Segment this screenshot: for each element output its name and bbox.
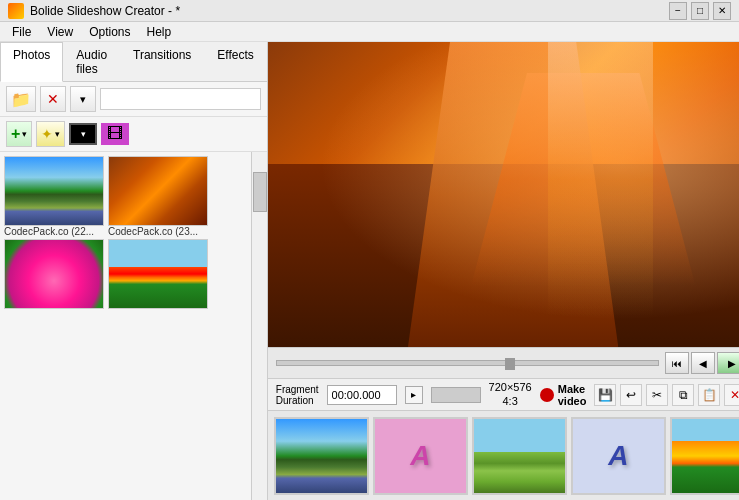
copy-button[interactable]: ⧉ xyxy=(672,384,694,406)
fragment-label: Fragment xyxy=(276,384,319,395)
delete-action-button[interactable]: ✕ xyxy=(724,384,739,406)
menu-help[interactable]: Help xyxy=(139,23,180,41)
tab-effects[interactable]: Effects xyxy=(204,42,266,81)
timeline-item-3[interactable] xyxy=(472,417,567,495)
photo-item-1[interactable]: CodecPack.co (22... xyxy=(4,156,104,237)
maximize-button[interactable]: □ xyxy=(691,2,709,20)
app-icon xyxy=(8,3,24,19)
toolbar2: + ▾ ✦ ▾ ▾ 🎞 xyxy=(0,117,267,152)
progress-thumb[interactable] xyxy=(505,358,515,370)
progress-section xyxy=(276,360,659,366)
timeline-thumb-2: A xyxy=(375,419,466,493)
add-dropdown-icon: ▾ xyxy=(22,129,27,139)
main-container: Photos Audio files Transitions Effects 📁… xyxy=(0,42,739,500)
film-icon-glyph: 🎞 xyxy=(107,125,123,143)
action-icons: 💾 ↩ ✂ ⧉ 📋 ✕ xyxy=(594,384,739,406)
left-panel: Photos Audio files Transitions Effects 📁… xyxy=(0,42,268,500)
search-input[interactable] xyxy=(100,88,261,110)
resolution-label: 720×576 4:3 xyxy=(489,381,532,407)
title-bar-left: Bolide Slideshow Creator - * xyxy=(8,3,180,19)
title-bar-controls: − □ ✕ xyxy=(669,2,731,20)
undo-button[interactable]: ↩ xyxy=(620,384,642,406)
color-dropdown-icon: ▾ xyxy=(81,129,86,139)
photo-thumbnail-4[interactable] xyxy=(108,239,208,309)
timeline-thumb-5 xyxy=(672,419,739,493)
tabs: Photos Audio files Transitions Effects xyxy=(0,42,267,82)
menu-bar: File View Options Help xyxy=(0,22,739,42)
photo-item-4[interactable] xyxy=(108,239,208,309)
plus-icon: + xyxy=(11,125,20,143)
title-bar: Bolide Slideshow Creator - * − □ ✕ xyxy=(0,0,739,22)
star-dropdown-icon: ▾ xyxy=(55,129,60,139)
progress-bar[interactable] xyxy=(276,360,659,366)
right-panel: ⏮ ◀ ▶ ▶| ⏭ ■ ⠿ ⛶ Fragment Duration ▸ xyxy=(268,42,739,500)
photo-label-1: CodecPack.co (22... xyxy=(4,226,104,237)
color-button[interactable]: ▾ xyxy=(69,123,97,145)
close-button[interactable]: ✕ xyxy=(713,2,731,20)
photo-label-2: CodecPack.co (23... xyxy=(108,226,208,237)
photo-grid: CodecPack.co (22... CodecPack.co (23... xyxy=(0,152,251,500)
photo-thumbnail-1[interactable] xyxy=(4,156,104,226)
tab-photos[interactable]: Photos xyxy=(0,42,63,82)
timeline-item-1[interactable] xyxy=(274,417,369,495)
menu-file[interactable]: File xyxy=(4,23,39,41)
photo-thumbnail-3[interactable] xyxy=(4,239,104,309)
photo-panel: CodecPack.co (22... CodecPack.co (23... xyxy=(0,152,267,500)
fragment-section: Fragment Duration xyxy=(276,384,319,406)
bottom-toolbar: Fragment Duration ▸ 720×576 4:3 Make vid… xyxy=(268,378,739,410)
timeline-item-4[interactable]: A xyxy=(571,417,666,495)
canyon-preview xyxy=(268,42,739,347)
duration-label: Duration xyxy=(276,395,319,406)
scrollbar[interactable] xyxy=(251,152,267,500)
add-button[interactable]: + ▾ xyxy=(6,121,32,147)
save-button[interactable]: 💾 xyxy=(594,384,616,406)
tab-transitions[interactable]: Transitions xyxy=(120,42,204,81)
dropdown-arrow-icon: ▾ xyxy=(80,93,86,106)
player-controls: ⏮ ◀ ▶ ▶| ⏭ ■ ⠿ ⛶ xyxy=(268,347,739,378)
photo-row-2 xyxy=(4,239,247,309)
scroll-thumb[interactable] xyxy=(253,172,267,212)
photo-row-1: CodecPack.co (22... CodecPack.co (23... xyxy=(4,156,247,237)
delete-button[interactable]: ✕ xyxy=(40,86,66,112)
menu-view[interactable]: View xyxy=(39,23,81,41)
timeline-thumb-1 xyxy=(276,419,367,493)
timeline-thumb-4: A xyxy=(573,419,664,493)
make-video-label: Make video xyxy=(558,383,587,407)
photo-thumbnail-2[interactable] xyxy=(108,156,208,226)
play-button[interactable]: ▶ xyxy=(717,352,739,374)
time-input[interactable] xyxy=(327,385,397,405)
controls-section: ⏮ ◀ ▶ ▶| ⏭ ■ xyxy=(665,352,739,374)
window-title: Bolide Slideshow Creator - * xyxy=(30,4,180,18)
timeline: A A Drag your photo here xyxy=(268,410,739,500)
timeline-item-5[interactable] xyxy=(670,417,739,495)
menu-options[interactable]: Options xyxy=(81,23,138,41)
time-slider[interactable] xyxy=(431,387,481,403)
tab-audio[interactable]: Audio files xyxy=(63,42,120,81)
star-button[interactable]: ✦ ▾ xyxy=(36,121,65,147)
star-icon: ✦ xyxy=(41,126,53,142)
paste-button[interactable]: 📋 xyxy=(698,384,720,406)
rewind-button[interactable]: ⏮ xyxy=(665,352,689,374)
timeline-item-2[interactable]: A xyxy=(373,417,468,495)
photo-item-3[interactable] xyxy=(4,239,104,309)
prev-button[interactable]: ◀ xyxy=(691,352,715,374)
timeline-thumb-3 xyxy=(474,419,565,493)
delete-icon: ✕ xyxy=(47,91,59,107)
photo-item-2[interactable]: CodecPack.co (23... xyxy=(108,156,208,237)
time-pick-button[interactable]: ▸ xyxy=(405,386,423,404)
cut-button[interactable]: ✂ xyxy=(646,384,668,406)
preview-area xyxy=(268,42,739,347)
toolbar1: 📁 ✕ ▾ xyxy=(0,82,267,117)
make-video-icon xyxy=(540,388,554,402)
folder-icon: 📁 xyxy=(11,90,31,109)
make-video-section: Make video xyxy=(540,383,587,407)
film-button[interactable]: 🎞 xyxy=(101,123,129,145)
minimize-button[interactable]: − xyxy=(669,2,687,20)
open-folder-button[interactable]: 📁 xyxy=(6,86,36,112)
dropdown-button[interactable]: ▾ xyxy=(70,86,96,112)
